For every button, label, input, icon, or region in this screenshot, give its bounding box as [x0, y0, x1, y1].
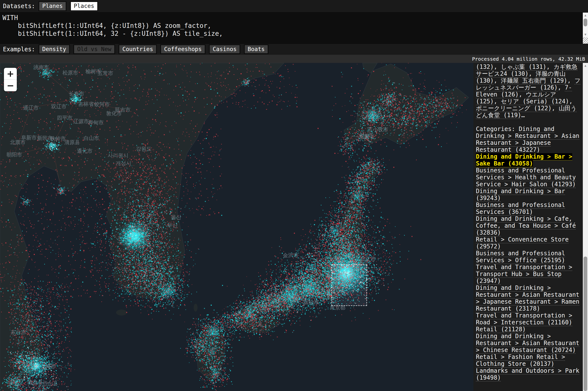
example-buttons: Density Old vs New Countries Coffeeshops…: [38, 44, 269, 54]
scroll-down-icon[interactable]: ▼: [583, 32, 588, 37]
brand-link[interactable]: セリア (Seria) (124): [501, 98, 569, 105]
category-link[interactable]: Dining and Drinking > Restaurant > Asian…: [476, 285, 579, 312]
map-place-label: 铁岭市: [50, 135, 66, 142]
map-place-label: 부산: [167, 222, 177, 229]
category-link[interactable]: Retail > Fashion Retail > Clothing Store…: [476, 354, 565, 367]
scroll-up-icon[interactable]: ▲: [583, 63, 588, 68]
brand-link[interactable]: しゃぶ葉 (131): [501, 63, 546, 70]
scroll-up-icon[interactable]: ▲: [583, 12, 588, 17]
category-link[interactable]: Dining and Drinking > Bar (39243): [476, 188, 565, 201]
map-place-label: 北票市: [10, 139, 26, 146]
dataset-button-places[interactable]: Places: [70, 1, 98, 11]
example-button-casinos[interactable]: Casinos: [209, 44, 240, 54]
category-link[interactable]: Dining and Drinking > Bar > Sake Bar (43…: [476, 153, 572, 167]
map-viewport[interactable]: 洮南市松原市榆树市五常市长春市吉林省蛟河市延吉市敦化市双辽市通辽市四平市辽源市桦…: [0, 63, 473, 391]
map-place-label: 桦甸市: [88, 119, 104, 126]
brand-link[interactable]: (132): [476, 63, 494, 70]
sql-editor-scrollbar[interactable]: ▲ ▼: [583, 12, 588, 44]
category-link[interactable]: Travel and Transportation > Transport Hu…: [476, 264, 572, 285]
brand-link[interactable]: ポニークリーニング (122): [476, 105, 552, 112]
map-place-label: 苫小牧市: [367, 126, 388, 133]
map-place-label: 吉林省: [78, 101, 94, 107]
example-button-countries[interactable]: Countries: [119, 44, 157, 54]
category-link[interactable]: Landmarks and Outdoors > Park (19498): [476, 367, 579, 381]
sidebar-scrollbar[interactable]: ▲: [583, 63, 588, 391]
categories-label: Categories:: [476, 126, 519, 132]
results-sidebar: (132), しゃぶ葉 (131), カギ救急サービス24 (130), 洋服の…: [473, 63, 583, 391]
sql-scrollbar-thumb[interactable]: [584, 18, 587, 26]
map-place-label: 朝阳市: [7, 151, 22, 158]
sql-editor[interactable]: WITH bitShiftLeft(1::UInt64, {z:UInt8}) …: [0, 12, 588, 37]
example-button-density[interactable]: Density: [38, 44, 70, 54]
map-place-label: 东台市: [11, 329, 26, 336]
map-place-label: 松原市: [63, 69, 78, 76]
map-place-label: 清原县: [64, 139, 80, 146]
brands-list: (132), しゃぶ葉 (131), カギ救急サービス24 (130), 洋服の…: [476, 63, 581, 119]
map-place-label: 浜松市: [303, 299, 319, 306]
map-place-label: 岱山县: [42, 380, 58, 387]
map-place-label: 辽源市: [73, 118, 89, 125]
dataset-buttons: Planes Places: [38, 1, 98, 11]
map-place-label: 通化市: [77, 148, 93, 154]
map-place-label: 白山市: [84, 135, 99, 142]
category-link[interactable]: Retail (21128): [476, 326, 526, 333]
status-strip: Processed 4.04 million rows, 42.32 MiB: [0, 55, 588, 63]
zoom-out-button[interactable]: −: [4, 80, 17, 91]
map-place-label: 日立市: [360, 256, 376, 263]
content-row: 洮南市松原市榆树市五常市长春市吉林省蛟河市延吉市敦化市双辽市通辽市四平市辽源市桦…: [0, 63, 588, 391]
map-place-label: 蛟河市: [94, 101, 110, 108]
map-place-label: 사리원시: [108, 152, 129, 159]
zoom-in-button[interactable]: +: [4, 68, 17, 80]
datasets-label: Datasets:: [3, 3, 35, 10]
category-link[interactable]: Business and Professional Services > Off…: [476, 250, 565, 264]
example-button-boats[interactable]: Boats: [244, 44, 269, 54]
map-place-label: 敦化市: [106, 110, 122, 117]
map-canvas[interactable]: [0, 63, 473, 391]
map-place-label: 개성시: [116, 160, 131, 167]
map-place-label: 上海市: [40, 363, 56, 370]
example-button-old-vs-new[interactable]: Old vs New: [73, 44, 115, 54]
examples-label: Examples:: [3, 46, 35, 53]
map-place-label: 通辽市: [23, 104, 39, 111]
sidebar-scrollbar-thumb[interactable]: [584, 257, 587, 391]
examples-bar: Examples: Density Old vs New Countries C…: [0, 43, 588, 55]
map-place-label: 室蘭市: [359, 133, 375, 140]
category-link[interactable]: Business and Professional Services > Hea…: [476, 167, 576, 188]
map-selection-box: [331, 265, 367, 306]
map-place-label: 金沢市: [283, 252, 298, 259]
map-place-label: 四平市: [57, 114, 73, 121]
textarea-resize-grip-icon[interactable]: [583, 37, 588, 44]
map-place-label: 五常市: [98, 70, 113, 77]
map-place-label: 울산: [171, 214, 181, 220]
zoom-control: + −: [4, 68, 17, 91]
datasets-bar: Datasets: Planes Places: [0, 0, 588, 12]
app-window: Datasets: Planes Places WITH bitShiftLef…: [0, 0, 588, 391]
map-place-label: 강원도: [136, 145, 152, 152]
map-place-label: 长春市: [69, 90, 84, 97]
map-place-label: 海盐县: [28, 379, 43, 386]
example-button-coffeeshops[interactable]: Coffeeshops: [160, 44, 205, 54]
sql-editor-wrap: WITH bitShiftLeft(1::UInt64, {z:UInt8}) …: [0, 12, 588, 43]
processed-rows-status: Processed 4.04 million rows, 42.32 MiB: [472, 56, 585, 62]
category-link[interactable]: Dining and Drinking > Restaurant > Asian…: [476, 333, 579, 354]
map-place-label: 双辽市: [51, 103, 67, 110]
category-link[interactable]: Business and Professional Services (3670…: [476, 201, 565, 215]
map-place-label: 洮南市: [34, 64, 49, 71]
category-link[interactable]: Travel and Transportation > Road > Inter…: [476, 312, 572, 326]
brand-link[interactable]: 洋麺屋 五右衛門 (129): [501, 77, 567, 84]
categories-list: Categories: Dining and Drinking > Restau…: [476, 126, 581, 381]
dataset-button-planes[interactable]: Planes: [38, 1, 66, 11]
category-link[interactable]: Dining and Drinking > Cafe, Coffee, and …: [476, 215, 576, 236]
category-link[interactable]: Retail > Convenience Store (29572): [476, 236, 569, 250]
